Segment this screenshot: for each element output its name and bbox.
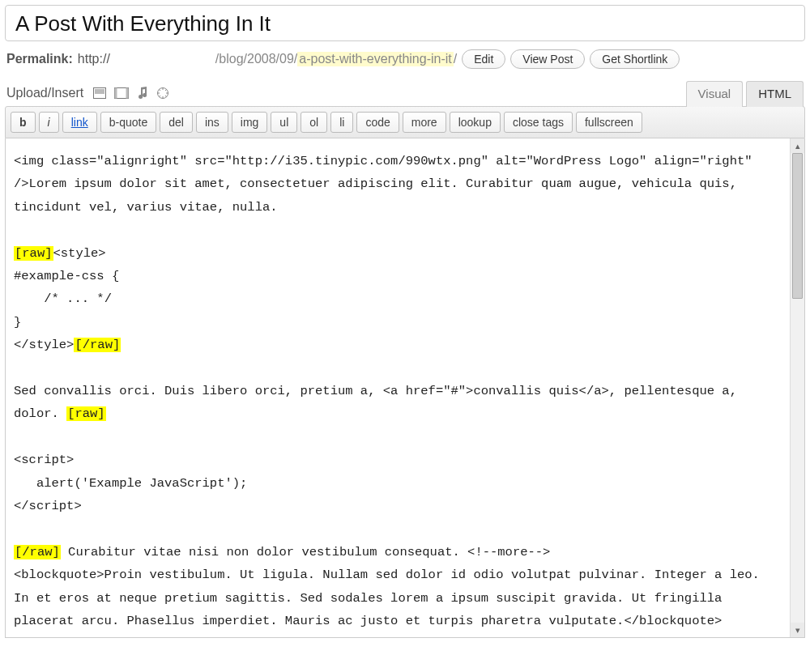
svg-rect-3 bbox=[115, 88, 117, 99]
tool-img[interactable]: img bbox=[232, 112, 268, 133]
upload-row: Upload/Insert Visual HTML bbox=[6, 80, 804, 106]
tool-fullscreen[interactable]: fullscreen bbox=[576, 112, 642, 133]
tool-more[interactable]: more bbox=[403, 112, 446, 133]
scroll-down-icon[interactable]: ▾ bbox=[791, 623, 804, 637]
tool-lookup[interactable]: lookup bbox=[450, 112, 501, 133]
html-editor[interactable]: <img class="alignright" src="http://i35.… bbox=[6, 138, 804, 637]
permalink-domain-obscured bbox=[110, 53, 215, 66]
upload-insert-label: Upload/Insert bbox=[6, 86, 83, 100]
editor-scrollbar[interactable]: ▴ ▾ bbox=[790, 138, 804, 637]
svg-line-12 bbox=[159, 96, 160, 97]
add-audio-icon[interactable] bbox=[137, 87, 148, 100]
svg-rect-4 bbox=[126, 88, 129, 99]
svg-line-11 bbox=[165, 96, 167, 97]
title-container bbox=[5, 5, 805, 41]
tool-bold[interactable]: b bbox=[11, 112, 36, 133]
svg-line-10 bbox=[159, 89, 160, 91]
tab-visual[interactable]: Visual bbox=[686, 81, 744, 107]
permalink-row: Permalink: http:// /blog/2008/09/ a-post… bbox=[6, 49, 805, 69]
edit-permalink-button[interactable]: Edit bbox=[462, 49, 505, 69]
permalink-path: /blog/2008/09/ bbox=[215, 52, 297, 66]
scroll-up-icon[interactable]: ▴ bbox=[791, 138, 804, 153]
svg-rect-1 bbox=[95, 89, 104, 94]
tool-li[interactable]: li bbox=[330, 112, 353, 133]
tab-html[interactable]: HTML bbox=[746, 81, 804, 107]
tool-italic[interactable]: i bbox=[39, 112, 59, 133]
tool-code[interactable]: code bbox=[356, 112, 399, 133]
tool-ins[interactable]: ins bbox=[196, 112, 228, 133]
permalink-prefix: http:// bbox=[78, 52, 110, 66]
add-video-icon[interactable] bbox=[114, 87, 129, 99]
add-image-icon[interactable] bbox=[93, 87, 106, 99]
tool-closetags[interactable]: close tags bbox=[504, 112, 573, 133]
scroll-thumb[interactable] bbox=[792, 153, 803, 299]
html-toolbar: b i link b-quote del ins img ul ol li co… bbox=[5, 106, 805, 138]
permalink-slug[interactable]: a-post-with-everything-in-it bbox=[297, 52, 454, 66]
permalink-url: http:// /blog/2008/09/ a-post-with-every… bbox=[78, 52, 457, 66]
permalink-label: Permalink: bbox=[6, 52, 73, 66]
tool-ul[interactable]: ul bbox=[271, 112, 297, 133]
svg-line-13 bbox=[165, 89, 167, 91]
get-shortlink-button[interactable]: Get Shortlink bbox=[590, 49, 680, 69]
tool-bquote[interactable]: b-quote bbox=[100, 112, 156, 133]
tool-del[interactable]: del bbox=[160, 112, 193, 133]
editor-tabs: Visual HTML bbox=[686, 80, 804, 106]
permalink-trail: / bbox=[454, 52, 457, 66]
view-post-button[interactable]: View Post bbox=[510, 49, 585, 69]
add-media-icon[interactable] bbox=[156, 87, 169, 100]
tool-ol[interactable]: ol bbox=[301, 112, 327, 133]
tool-link[interactable]: link bbox=[62, 112, 97, 133]
editor-container: <img class="alignright" src="http://i35.… bbox=[5, 138, 805, 638]
post-title-input[interactable] bbox=[14, 11, 796, 37]
